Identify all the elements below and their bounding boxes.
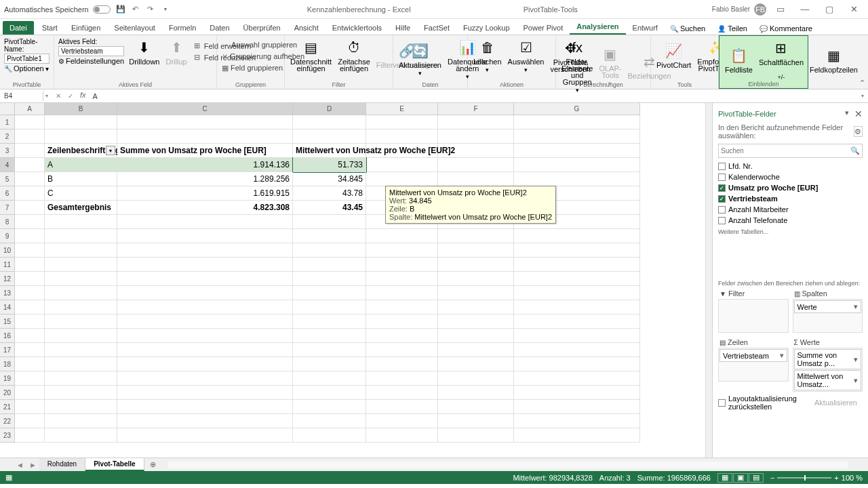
col-header-B[interactable]: B: [45, 103, 117, 115]
search-tab[interactable]: 🔍 Suchen: [665, 22, 711, 35]
cell[interactable]: [117, 343, 293, 357]
cell[interactable]: [15, 172, 45, 186]
cell[interactable]: [293, 414, 366, 428]
cell[interactable]: [438, 314, 514, 329]
cell[interactable]: [514, 144, 640, 158]
cell[interactable]: [117, 258, 293, 272]
cell[interactable]: [514, 272, 640, 286]
cell[interactable]: [117, 371, 293, 386]
taskpane-close-icon[interactable]: ✕: [854, 108, 863, 119]
cell[interactable]: [117, 357, 293, 371]
tab-analysieren[interactable]: Analysieren: [570, 20, 625, 35]
cell[interactable]: [293, 400, 366, 414]
tab-überprüfen[interactable]: Überprüfen: [237, 21, 288, 35]
cell[interactable]: [366, 343, 438, 357]
cell[interactable]: [293, 229, 366, 243]
cell[interactable]: [293, 371, 366, 386]
field-search-input[interactable]: 🔍: [718, 144, 863, 158]
cell[interactable]: [293, 428, 366, 443]
cell[interactable]: [45, 129, 117, 144]
area-chip[interactable]: Mittelwert von Umsatz...: [794, 370, 862, 390]
area-chip[interactable]: Summe von Umsatz p...: [794, 349, 862, 369]
cell[interactable]: [514, 400, 640, 414]
cell[interactable]: [45, 314, 117, 329]
cell[interactable]: [438, 286, 514, 300]
cell[interactable]: [117, 400, 293, 414]
cell[interactable]: [117, 414, 293, 428]
area-chip[interactable]: Werte: [794, 300, 862, 313]
cell[interactable]: [438, 158, 514, 172]
cell[interactable]: [366, 414, 438, 428]
field-lfd-nr-[interactable]: Lfd. Nr.: [718, 161, 863, 171]
row-header-10[interactable]: 10: [0, 243, 15, 258]
ungroup-button[interactable]: ⤫Gruppierung aufheben: [220, 51, 281, 62]
cell[interactable]: Summe von Umsatz pro Woche [EUR]: [117, 144, 293, 158]
cell[interactable]: [15, 272, 45, 286]
close-icon[interactable]: ✕: [844, 2, 864, 17]
columns-drop-zone[interactable]: Werte: [793, 299, 863, 333]
values-drop-zone[interactable]: Summe von Umsatz p...Mittelwert von Umsa…: [793, 348, 863, 392]
tab-power pivot[interactable]: Power Pivot: [517, 21, 570, 35]
pt-name-input[interactable]: PivotTable1: [4, 54, 50, 64]
timeline-button[interactable]: ⏱Zeitachse einfügen: [335, 37, 373, 73]
cell[interactable]: [117, 428, 293, 443]
cell[interactable]: [438, 343, 514, 357]
cell[interactable]: [514, 243, 640, 258]
cell[interactable]: [366, 129, 438, 144]
cell[interactable]: [366, 357, 438, 371]
formula-bar[interactable]: A: [92, 91, 857, 102]
cell[interactable]: [366, 115, 438, 129]
cell[interactable]: [438, 428, 514, 443]
cell[interactable]: [15, 215, 45, 229]
cell[interactable]: [366, 286, 438, 300]
vertical-scrollbar[interactable]: [705, 103, 712, 458]
comments-button[interactable]: 💬 Kommentare: [754, 22, 818, 35]
page-break-icon[interactable]: ▤: [749, 473, 764, 483]
cell[interactable]: [117, 314, 293, 329]
cell[interactable]: [293, 343, 366, 357]
row-header-6[interactable]: 6: [0, 186, 15, 201]
cell[interactable]: [514, 329, 640, 343]
group-field-button[interactable]: ▦Feld gruppieren: [220, 62, 281, 73]
cell[interactable]: 43.45: [293, 201, 366, 215]
cell[interactable]: [45, 400, 117, 414]
row-header-8[interactable]: 8: [0, 215, 15, 229]
field-anzahl-mitarbeiter[interactable]: Anzahl Mitarbeiter: [718, 204, 863, 215]
ribbon-display-icon[interactable]: ▭: [770, 2, 791, 17]
cell[interactable]: [117, 300, 293, 314]
cell[interactable]: [293, 300, 366, 314]
cell[interactable]: [117, 243, 293, 258]
normal-view-icon[interactable]: ▦: [717, 473, 732, 483]
cell[interactable]: B: [45, 172, 117, 186]
pt-options-button[interactable]: 🔧Optionen▾: [4, 64, 50, 73]
cell[interactable]: [117, 329, 293, 343]
cell[interactable]: [293, 129, 366, 144]
tab-formeln[interactable]: Formeln: [162, 21, 203, 35]
cell[interactable]: [293, 314, 366, 329]
cell[interactable]: [514, 286, 640, 300]
cell[interactable]: 1.619.915: [117, 186, 293, 201]
row-header-9[interactable]: 9: [0, 229, 15, 243]
cell[interactable]: [45, 215, 117, 229]
cell[interactable]: 4.823.308: [117, 201, 293, 215]
drillup-button[interactable]: ⬆Drillup: [163, 37, 189, 66]
cell[interactable]: [438, 400, 514, 414]
tab-einfügen[interactable]: Einfügen: [64, 21, 107, 35]
cell[interactable]: [45, 428, 117, 443]
cell[interactable]: [15, 400, 45, 414]
col-header-F[interactable]: F: [438, 103, 514, 115]
cell[interactable]: [293, 215, 366, 229]
cell[interactable]: 51.733: [293, 158, 366, 172]
cell[interactable]: [117, 386, 293, 400]
cell[interactable]: [45, 286, 117, 300]
cell[interactable]: [514, 172, 640, 186]
cell[interactable]: [45, 329, 117, 343]
cell[interactable]: [117, 129, 293, 144]
cell[interactable]: [15, 258, 45, 272]
cell[interactable]: [293, 243, 366, 258]
cell[interactable]: [293, 329, 366, 343]
pivotchart-button[interactable]: 📈PivotChart: [654, 40, 694, 70]
cell[interactable]: [366, 300, 438, 314]
autosave-toggle[interactable]: Automatisches Speichern: [4, 5, 113, 14]
row-header-17[interactable]: 17: [0, 343, 15, 357]
